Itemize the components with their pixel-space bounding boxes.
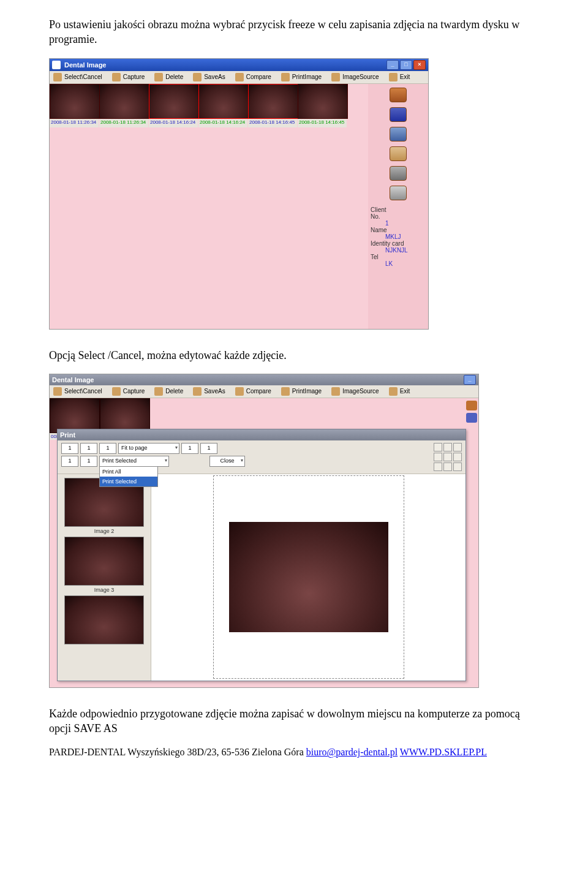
toolbar-printimage[interactable]: PrintImage [281, 73, 322, 81]
maximize-button[interactable]: □ [400, 60, 412, 70]
toolbar-printimage[interactable]: PrintImage [281, 387, 322, 396]
toolbar-compare[interactable]: Compare [235, 73, 271, 81]
side-icon-eraser[interactable] [390, 146, 407, 161]
print-icon [281, 73, 290, 81]
print-thumb[interactable] [64, 537, 144, 586]
capture-icon [112, 387, 121, 396]
thumbnail[interactable]: 2008-01-18 14:16:24 [198, 84, 247, 127]
client-tel-value: LK [371, 260, 426, 267]
spinner-6[interactable]: 1 [61, 456, 78, 467]
dropdown-item[interactable]: Print Selected [100, 477, 157, 486]
print-title: Print [60, 431, 75, 439]
layout-button-grid[interactable] [434, 443, 462, 471]
toolbar-delete[interactable]: Delete [154, 73, 183, 81]
toolbar-capture[interactable]: Capture [112, 387, 145, 396]
side-icon-film[interactable] [390, 107, 407, 122]
side-icon-reel[interactable] [390, 88, 407, 102]
print-range-dropdown[interactable]: Print All Print Selected [99, 466, 158, 487]
print-range-combo[interactable]: Print Selected Print All Print Selected [99, 456, 169, 467]
exit-icon [389, 387, 398, 396]
print-preview-canvas [151, 474, 466, 681]
side-panel: Client No. 1 Name MKLJ Identity card NJK… [368, 84, 428, 329]
side-icon-gears[interactable] [390, 186, 407, 200]
window-titlebar[interactable]: Dental Image _ [50, 374, 478, 385]
spinner-5[interactable]: 1 [200, 443, 217, 454]
print-dialog: Print 1 1 1 Fit to page 1 1 1 [57, 429, 466, 681]
screenshot-dental-image-print: Dental Image _ Select\Cancel Capture Del… [49, 374, 479, 688]
side-icon[interactable] [466, 413, 477, 423]
thumbnail[interactable]: 2008-01-18 11:26:34 [50, 84, 99, 127]
toolbar-exit[interactable]: Exit [389, 387, 410, 396]
bg-thumbnail [100, 398, 150, 433]
print-thumbnail-list[interactable]: Image 2 Image 3 [58, 474, 151, 681]
toolbar-imagesource[interactable]: ImageSource [331, 73, 379, 81]
page-footer: PARDEJ-DENTAL Wyszyńskiego 38D/23, 65-53… [49, 747, 539, 758]
toolbar-saveas[interactable]: SaveAs [193, 387, 225, 396]
thumbnail[interactable]: 2008-01-18 11:26:34 [99, 84, 148, 127]
spinner-3[interactable]: 1 [99, 443, 116, 454]
print-preview-image [229, 522, 388, 632]
print-icon [281, 387, 290, 396]
select-icon [53, 73, 62, 81]
side-strip [465, 398, 478, 447]
dropdown-item[interactable]: Print All [100, 467, 157, 477]
side-icon-glasses[interactable] [390, 166, 407, 181]
client-no-value: 1 [371, 220, 426, 227]
thumbnail[interactable]: 2008-01-18 14:16:45 [298, 84, 347, 127]
close-button[interactable]: Close [209, 456, 245, 467]
save-icon [193, 387, 202, 396]
paragraph-3: Każde odpowiednio przygotowane zdjęcie m… [49, 706, 539, 736]
client-id-value: NJKNJL [371, 247, 426, 254]
capture-icon [112, 73, 121, 81]
toolbar-delete[interactable]: Delete [154, 387, 183, 396]
minimize-button[interactable]: _ [386, 60, 399, 70]
source-icon [331, 73, 340, 81]
client-panel: Client No. 1 Name MKLJ Identity card NJK… [368, 205, 428, 268]
app-icon [52, 61, 61, 69]
main-canvas: 2008-01-18 11:26:34 2008-01-18 11:26:34 … [50, 84, 368, 329]
client-tel-label: Tel [371, 254, 426, 260]
spinner-7[interactable]: 1 [80, 456, 97, 467]
print-thumb[interactable] [64, 595, 144, 644]
thumbnail[interactable]: 2008-01-18 14:16:24 [149, 84, 198, 127]
footer-email-link[interactable]: biuro@pardej-dental.pl [306, 747, 398, 757]
toolbar-compare[interactable]: Compare [235, 387, 271, 396]
toolbar-capture[interactable]: Capture [112, 73, 145, 81]
thumbnail-row: 2008-01-18 11:26:34 2008-01-18 11:26:34 … [50, 84, 368, 127]
spinner-1[interactable]: 1 [61, 443, 78, 454]
delete-icon [154, 73, 163, 81]
toolbar-select-cancel[interactable]: Select\Cancel [53, 73, 102, 81]
paragraph-2: Opcją Select /Cancel, można edytować każ… [49, 348, 539, 363]
fit-combo[interactable]: Fit to page [118, 443, 179, 454]
main-toolbar: Select\Cancel Capture Delete SaveAs Comp… [50, 71, 428, 84]
toolbar-saveas[interactable]: SaveAs [193, 73, 225, 81]
select-icon [53, 387, 62, 396]
client-no-label: No. [371, 213, 426, 220]
minimize-button[interactable]: _ [464, 375, 476, 385]
footer-site-link[interactable]: WWW.PD.SKLEP.PL [400, 747, 487, 757]
source-icon [331, 387, 340, 396]
toolbar-exit[interactable]: Exit [389, 73, 410, 81]
print-thumb-label: Image 3 [60, 587, 148, 593]
compare-icon [235, 73, 244, 81]
bg-thumbnail [50, 398, 100, 433]
window-titlebar[interactable]: Dental Image _ □ × [50, 59, 428, 71]
client-header: Client [371, 206, 426, 213]
spinner-2[interactable]: 1 [80, 443, 97, 454]
side-icon[interactable] [466, 401, 477, 410]
print-titlebar[interactable]: Print [58, 429, 466, 440]
toolbar-select-cancel[interactable]: Select\Cancel [53, 387, 102, 396]
window-title: Dental Image [64, 61, 106, 69]
client-id-label: Identity card [371, 240, 426, 247]
print-thumb-label: Image 2 [60, 528, 148, 534]
delete-icon [154, 387, 163, 396]
toolbar-imagesource[interactable]: ImageSource [331, 387, 379, 396]
spinner-4[interactable]: 1 [181, 443, 198, 454]
compare-icon [235, 387, 244, 396]
exit-icon [389, 73, 398, 81]
side-icon-clapper[interactable] [390, 127, 407, 142]
client-name-value: MKLJ [371, 233, 426, 240]
close-button[interactable]: × [413, 60, 426, 70]
thumbnail[interactable]: 2008-01-18 14:16:45 [248, 84, 297, 127]
paragraph-1: Po ustawieniu jakości obrazu można wybra… [49, 17, 539, 47]
